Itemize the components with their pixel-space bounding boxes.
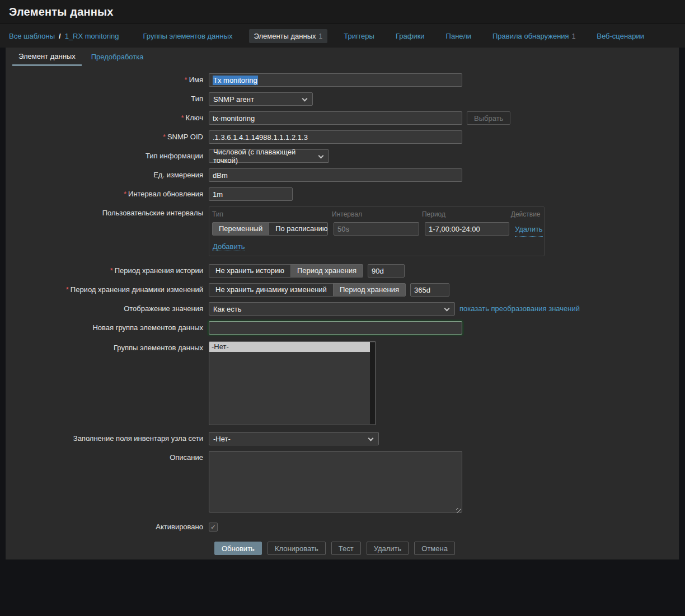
form-tabs: Элемент данных Предобработка	[6, 48, 679, 66]
key-select-button[interactable]: Выбрать	[467, 111, 510, 125]
items-count-badge: 1	[319, 32, 323, 40]
interval-type-segmented: Переменный По расписанию	[212, 222, 328, 236]
remove-interval-link[interactable]: Удалить	[515, 223, 543, 237]
enabled-checkbox[interactable]: ✓	[209, 523, 218, 532]
snmp-oid-label: SNMP OID	[167, 133, 203, 141]
history-storage-option[interactable]: Период хранения	[291, 265, 363, 277]
interval-type-scheduled[interactable]: По расписанию	[269, 223, 328, 235]
nav-item-discovery-rules[interactable]: Правила обнаружения1	[487, 29, 580, 43]
delete-button[interactable]: Удалить	[367, 542, 409, 555]
row-description: Описание	[6, 451, 679, 515]
new-application-input[interactable]	[209, 321, 462, 335]
interval-type-flexible[interactable]: Переменный	[213, 223, 269, 235]
row-units: Ед. измерения	[6, 168, 679, 182]
col-header-action: Действие	[511, 210, 541, 218]
trends-segmented: Не хранить динамику изменений Период хра…	[209, 283, 406, 297]
row-name: *Имя Tx monitoring	[6, 73, 679, 87]
inventory-select[interactable]: -Нет-	[209, 432, 379, 445]
nav-item-items[interactable]: Элементы данных1	[249, 29, 328, 43]
key-input[interactable]	[209, 111, 462, 125]
applications-listbox[interactable]: -Нет-	[209, 341, 376, 425]
trends-storage-option[interactable]: Период хранения	[334, 284, 405, 296]
row-update-interval: *Интервал обновления	[6, 187, 679, 201]
required-asterisk: *	[185, 76, 187, 84]
key-label: Ключ	[186, 114, 203, 122]
page-header: Элементы данных	[0, 0, 685, 24]
units-input[interactable]	[209, 168, 462, 182]
nav-item-item-groups[interactable]: Группы элементов данных	[138, 29, 237, 43]
info-type-select[interactable]: Числовой (с плавающей точкой)	[209, 149, 329, 163]
applications-option-none[interactable]: -Нет-	[209, 342, 370, 352]
nav-item-graphs[interactable]: Графики	[391, 29, 430, 43]
row-applications: Группы элементов данных -Нет-	[6, 341, 679, 425]
breadcrumb-separator: /	[59, 32, 61, 40]
units-label: Ед. измерения	[6, 168, 203, 182]
trends-off-option[interactable]: Не хранить динамику изменений	[209, 284, 334, 296]
col-header-period: Период	[422, 210, 505, 218]
col-header-type: Тип	[212, 210, 326, 218]
type-select[interactable]: SNMP агент	[209, 92, 313, 106]
nav-item-triggers[interactable]: Триггеры	[339, 29, 379, 43]
chevron-down-icon	[368, 436, 374, 441]
update-interval-input[interactable]	[209, 187, 293, 201]
zabbix-item-config-screen: Элементы данных Все шаблоны / 1_RX monit…	[0, 0, 685, 616]
listbox-scrollbar[interactable]	[370, 342, 375, 424]
chevron-down-icon	[318, 153, 324, 159]
row-key: *Ключ Выбрать	[6, 111, 679, 125]
tab-preprocessing[interactable]: Предобработка	[85, 48, 150, 66]
description-label: Описание	[6, 451, 203, 464]
row-new-application: Новая группа элементов данных	[6, 321, 679, 335]
checkmark-icon: ✓	[210, 524, 216, 530]
row-snmp-oid: *SNMP OID	[6, 130, 679, 144]
add-interval-link[interactable]: Добавить	[213, 242, 245, 251]
test-button[interactable]: Тест	[331, 542, 361, 555]
row-custom-intervals: Пользовательские интервалы Тип Интервал …	[6, 206, 679, 256]
nav-item-web-scenarios[interactable]: Веб-сценарии	[592, 29, 649, 43]
new-application-label: Новая группа элементов данных	[6, 321, 203, 335]
history-off-option[interactable]: Не хранить историю	[209, 265, 291, 277]
breadcrumb: Все шаблоны / 1_RX monitoring	[9, 32, 119, 40]
show-value-mappings-link[interactable]: показать преобразования значений	[459, 302, 580, 316]
custom-interval-row: Переменный По расписанию	[212, 222, 541, 237]
history-period-input[interactable]	[368, 264, 405, 278]
row-info-type: Тип информации Числовой (с плавающей точ…	[6, 149, 679, 163]
form-footer: Обновить Клонировать Тест Удалить Отмена	[6, 542, 679, 555]
section-navbar: Все шаблоны / 1_RX monitoring Группы эле…	[0, 24, 685, 48]
type-label: Тип	[6, 92, 203, 106]
custom-interval-input[interactable]	[334, 222, 419, 236]
col-header-interval: Интервал	[332, 210, 416, 218]
cancel-button[interactable]: Отмена	[414, 542, 455, 555]
item-form-panel: Элемент данных Предобработка *Имя Tx mon…	[6, 48, 679, 559]
chevron-down-icon	[302, 96, 308, 102]
row-trends: *Период хранения динамики изменений Не х…	[6, 283, 679, 297]
update-interval-label: Интервал обновления	[128, 190, 203, 198]
update-button[interactable]: Обновить	[214, 542, 262, 555]
tab-item[interactable]: Элемент данных	[12, 48, 82, 66]
value-map-label: Отображение значения	[6, 302, 203, 316]
nav-item-dashboards[interactable]: Панели	[441, 29, 476, 43]
applications-label: Группы элементов данных	[6, 341, 203, 355]
page-title: Элементы данных	[9, 6, 114, 18]
name-input-selected-text: Tx monitoring	[213, 76, 258, 85]
description-textarea[interactable]	[209, 451, 462, 512]
row-inventory: Заполнение поля инвентаря узла сети -Нет…	[6, 432, 679, 445]
name-label: Имя	[189, 76, 203, 84]
snmp-oid-input[interactable]	[209, 130, 462, 144]
history-segmented: Не хранить историю Период хранения	[209, 264, 363, 278]
custom-period-input[interactable]	[425, 222, 509, 236]
breadcrumb-all-templates[interactable]: Все шаблоны	[9, 32, 55, 40]
trends-label: Период хранения динамики изменений	[71, 285, 203, 294]
inventory-label: Заполнение поля инвентаря узла сети	[6, 432, 203, 445]
custom-intervals-box: Тип Интервал Период Действие Переменный …	[209, 206, 545, 256]
row-enabled: Активировано ✓	[6, 520, 679, 534]
custom-intervals-label: Пользовательские интервалы	[6, 206, 203, 220]
value-map-select[interactable]: Как есть	[209, 302, 455, 316]
breadcrumb-template-link[interactable]: 1_RX monitoring	[65, 32, 119, 40]
row-value-map: Отображение значения Как есть показать п…	[6, 302, 679, 316]
history-label: Период хранения истории	[115, 266, 203, 275]
item-form: *Имя Tx monitoring Тип SNMP агент	[6, 66, 679, 555]
trends-period-input[interactable]	[410, 283, 449, 297]
clone-button[interactable]: Клонировать	[268, 542, 326, 555]
discovery-count-badge: 1	[572, 32, 576, 40]
name-input[interactable]: Tx monitoring	[209, 73, 462, 87]
